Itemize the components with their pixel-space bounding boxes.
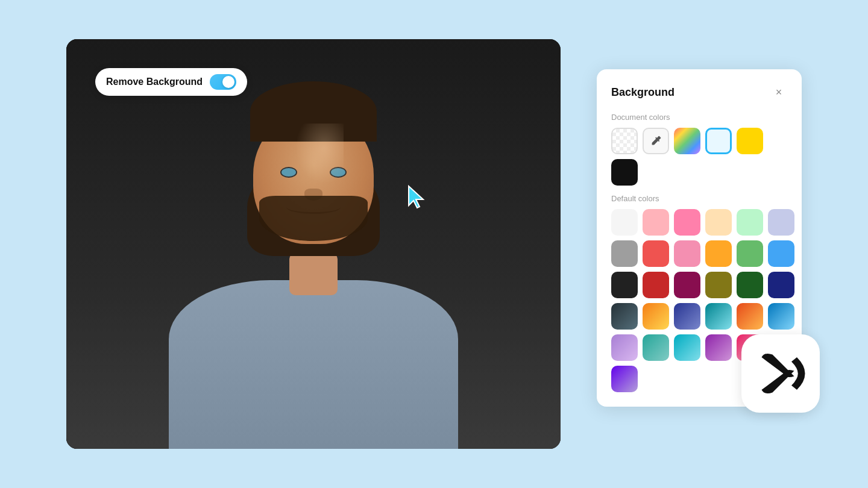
- shirt: [169, 280, 458, 449]
- color-transparent[interactable]: [611, 128, 638, 154]
- capcut-badge: [741, 334, 820, 413]
- color-maroon[interactable]: [674, 272, 700, 298]
- color-gold-grad[interactable]: [643, 303, 669, 330]
- color-brown[interactable]: [705, 272, 732, 298]
- photo-split: [66, 39, 561, 449]
- color-yellow[interactable]: [737, 128, 763, 154]
- color-red-dark[interactable]: [643, 272, 669, 298]
- close-button[interactable]: ×: [770, 84, 787, 101]
- toggle-knob: [222, 76, 234, 88]
- color-selected-white[interactable]: [705, 128, 732, 154]
- color-sky-grad[interactable]: [768, 303, 794, 330]
- color-purple-grad[interactable]: [705, 334, 732, 361]
- document-colors-row: [611, 128, 787, 186]
- beard: [259, 196, 368, 241]
- document-colors-label: Document colors: [611, 113, 787, 122]
- capcut-logo-icon: [753, 346, 808, 401]
- color-eyedropper[interactable]: [643, 128, 669, 154]
- photo-card: Remove Background: [66, 39, 561, 449]
- person-container: [66, 39, 561, 449]
- default-colors-label: Default colors: [611, 194, 787, 203]
- toggle-label: Remove Background: [106, 77, 203, 87]
- color-green[interactable]: [737, 240, 763, 267]
- face-highlight: [295, 124, 344, 184]
- panel-title: Background: [611, 86, 675, 99]
- color-green-dark[interactable]: [737, 272, 763, 298]
- color-lavender[interactable]: [768, 209, 794, 236]
- toggle-switch[interactable]: [210, 74, 236, 90]
- color-gray[interactable]: [611, 240, 638, 267]
- color-navy[interactable]: [768, 272, 794, 298]
- color-purple-light-grad[interactable]: [611, 334, 638, 361]
- color-peach[interactable]: [705, 209, 732, 236]
- color-teal-mint[interactable]: [643, 334, 669, 361]
- panel-header: Background ×: [611, 84, 787, 101]
- eyedropper-icon: [649, 134, 662, 148]
- main-container: Remove Background Background × Document …: [66, 39, 802, 449]
- color-red[interactable]: [643, 240, 669, 267]
- color-pink-hot[interactable]: [674, 240, 700, 267]
- neck: [289, 253, 338, 295]
- color-rainbow[interactable]: [674, 128, 700, 154]
- color-pink[interactable]: [674, 209, 700, 236]
- color-blue[interactable]: [768, 240, 794, 267]
- color-black[interactable]: [611, 159, 638, 186]
- remove-background-toggle[interactable]: Remove Background: [95, 68, 247, 96]
- color-dark[interactable]: [611, 272, 638, 298]
- color-green-light[interactable]: [737, 209, 763, 236]
- color-indigo-grad[interactable]: [674, 303, 700, 330]
- color-black-grad[interactable]: [611, 303, 638, 330]
- color-orange[interactable]: [705, 240, 732, 267]
- color-pink-light[interactable]: [643, 209, 669, 236]
- color-aqua[interactable]: [674, 334, 700, 361]
- color-orange-grad[interactable]: [737, 303, 763, 330]
- color-white[interactable]: [611, 209, 638, 236]
- color-violet-grad[interactable]: [611, 366, 638, 392]
- eye-left: [280, 167, 297, 178]
- color-teal-grad[interactable]: [705, 303, 732, 330]
